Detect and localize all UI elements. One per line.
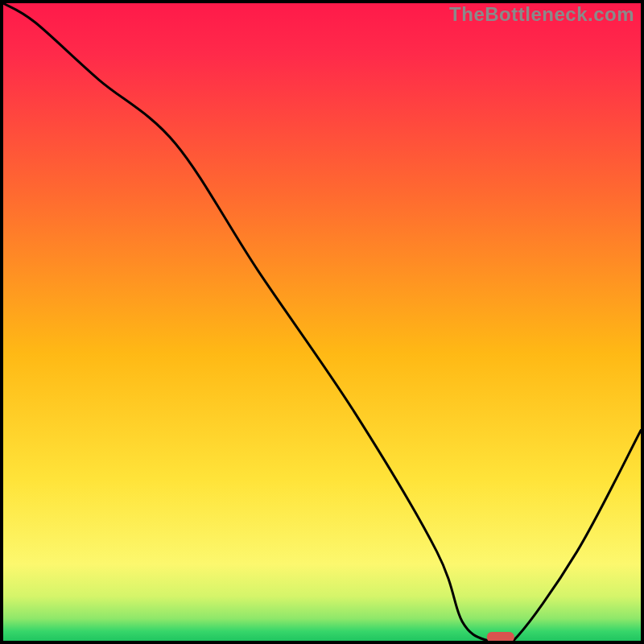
- optimal-marker: [487, 632, 514, 641]
- gradient-background: [3, 3, 641, 641]
- chart-frame: TheBottleneck.com: [0, 0, 644, 644]
- watermark-label: TheBottleneck.com: [449, 3, 634, 26]
- chart-svg: [3, 3, 641, 641]
